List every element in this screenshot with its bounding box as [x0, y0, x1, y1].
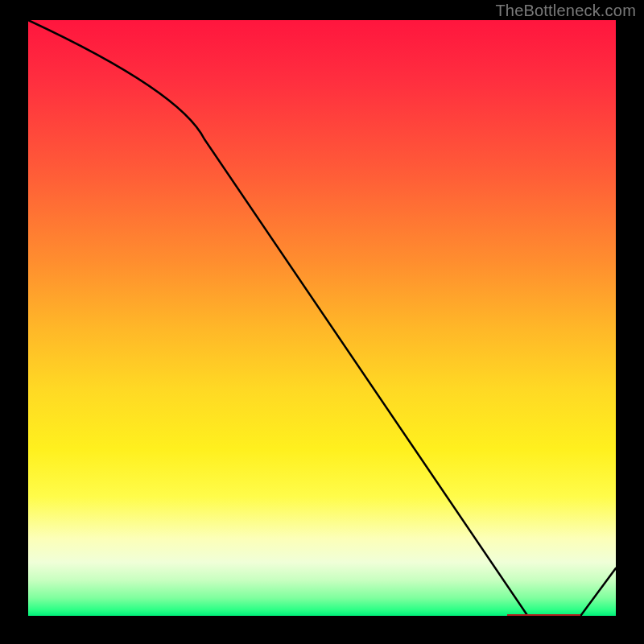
chart-frame: TheBottleneck.com — [0, 0, 644, 644]
plot-area — [28, 20, 616, 616]
minimum-plateau-marker — [507, 614, 580, 616]
line-curve — [28, 20, 616, 616]
watermark-text: TheBottleneck.com — [495, 2, 636, 20]
